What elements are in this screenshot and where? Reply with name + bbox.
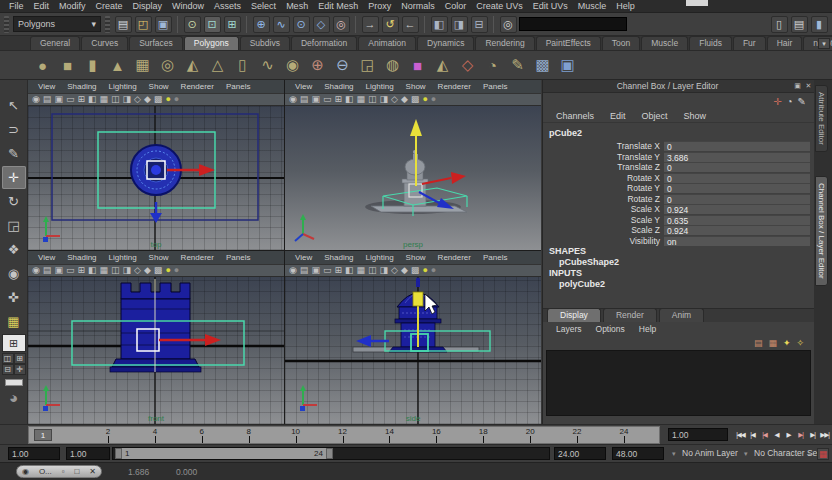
- viewport-canvas-persp[interactable]: persp: [285, 106, 541, 250]
- new-layer-from-selected-icon[interactable]: ✧: [796, 338, 804, 348]
- move-tool-icon[interactable]: ✛: [2, 166, 26, 189]
- show-manipulator-icon[interactable]: ✜: [2, 286, 26, 309]
- textured-icon[interactable]: ▩: [154, 266, 163, 275]
- layer-editor-tab[interactable]: Anim: [659, 308, 704, 322]
- menu-item[interactable]: Create: [91, 1, 128, 11]
- safe-action-icon[interactable]: ◫: [368, 95, 377, 104]
- viewport-menu-item[interactable]: Lighting: [103, 82, 143, 91]
- layout-hypershade-button[interactable]: ✛: [14, 364, 26, 375]
- gate-mask-icon[interactable]: ◧: [345, 95, 354, 104]
- resolution-gate-icon[interactable]: ⊞: [334, 95, 342, 104]
- camera-icon[interactable]: ◉: [32, 266, 40, 275]
- attribute-editor-toggle-icon[interactable]: ▯: [771, 16, 788, 33]
- lights-icon[interactable]: ●: [422, 266, 427, 275]
- polyPipe-icon[interactable]: ▯: [230, 53, 255, 78]
- bookmark-icon[interactable]: ▤: [43, 266, 52, 275]
- viewport-menu-item[interactable]: Shading: [61, 253, 102, 262]
- viewport-menu-item[interactable]: View: [32, 82, 61, 91]
- extract-icon[interactable]: ◲: [355, 53, 380, 78]
- selected-object-name[interactable]: pCube2: [543, 126, 814, 141]
- shelf-tab[interactable]: Deformation: [291, 36, 357, 50]
- safe-title-icon[interactable]: ◨: [380, 95, 389, 104]
- close-button[interactable]: ✕: [89, 468, 96, 476]
- playback-start-field[interactable]: 1.00: [66, 447, 110, 460]
- layer-list[interactable]: [546, 350, 811, 416]
- viewport-canvas-side[interactable]: side: [285, 277, 541, 424]
- soft-mod-tool-icon[interactable]: ◉: [2, 262, 26, 285]
- go-to-end-button[interactable]: ▶▶|: [819, 427, 830, 442]
- playback-speed-icon[interactable]: ∼: [806, 450, 813, 459]
- shelf-tab[interactable]: Curves: [81, 36, 128, 50]
- open-scene-icon[interactable]: ◰: [135, 16, 152, 33]
- pencil-icon[interactable]: ✎: [798, 96, 806, 107]
- panel-close-icon[interactable]: ✕: [803, 82, 814, 90]
- menu-item[interactable]: Edit Mesh: [313, 1, 363, 11]
- bookmark-icon[interactable]: ▤: [43, 95, 52, 104]
- viewport-menu-item[interactable]: Renderer: [175, 253, 220, 262]
- viewport-menu-item[interactable]: Show: [143, 253, 175, 262]
- channel-box-toggle-icon[interactable]: ▮: [811, 16, 828, 33]
- bookmark-icon[interactable]: ▤: [300, 266, 309, 275]
- image-plane-icon[interactable]: ▣: [311, 266, 320, 275]
- shelf-tab[interactable]: Dynamics: [417, 36, 474, 50]
- combine-icon[interactable]: ⊕: [305, 53, 330, 78]
- wireframe-icon[interactable]: ◇: [391, 95, 398, 104]
- film-gate-icon[interactable]: ▭: [323, 95, 332, 104]
- quick-select-input[interactable]: [519, 17, 627, 31]
- gate-mask-icon[interactable]: ◧: [88, 266, 97, 275]
- viewport-menu-item[interactable]: Panels: [477, 82, 513, 91]
- render-frame-icon[interactable]: ◧: [431, 16, 448, 33]
- toolbox-field[interactable]: [5, 379, 23, 386]
- show-manip-icon[interactable]: ✛: [773, 96, 781, 107]
- viewport-menu-item[interactable]: Show: [400, 253, 432, 262]
- menu-item[interactable]: Muscle: [573, 1, 612, 11]
- select-object-icon[interactable]: ⊡: [204, 16, 221, 33]
- snap-plane-icon[interactable]: ◇: [313, 16, 330, 33]
- viewport-menu-item[interactable]: Shading: [318, 253, 359, 262]
- render-settings-icon[interactable]: ⊟: [471, 16, 488, 33]
- animation-start-field[interactable]: 1.00: [8, 447, 60, 460]
- shadows-icon[interactable]: ●: [174, 266, 179, 275]
- auto-key-icon[interactable]: ▦: [817, 448, 829, 460]
- channel-box-menu-item[interactable]: Object: [635, 111, 675, 121]
- viewport-canvas-top[interactable]: top: [28, 106, 284, 250]
- lasso-tool-icon[interactable]: ⊃: [2, 118, 26, 141]
- shelf-tab[interactable]: Fluids: [689, 36, 732, 50]
- tool-settings-toggle-icon[interactable]: ▤: [791, 16, 808, 33]
- paint-weights-icon[interactable]: ✎: [505, 53, 530, 78]
- gate-mask-icon[interactable]: ◧: [345, 266, 354, 275]
- viewport-menu-item[interactable]: Panels: [477, 253, 513, 262]
- animation-end-field[interactable]: 48.00: [612, 447, 664, 460]
- output-connections-icon[interactable]: ←: [402, 16, 419, 33]
- textured-icon[interactable]: ▩: [154, 95, 163, 104]
- viewport-menu-item[interactable]: Lighting: [103, 253, 143, 262]
- shelf-tab[interactable]: PaintEffects: [536, 36, 601, 50]
- menu-item[interactable]: Color: [440, 1, 472, 11]
- current-time-field[interactable]: 1.00: [668, 428, 728, 441]
- gate-mask-icon[interactable]: ◧: [88, 95, 97, 104]
- channel-box-menu-item[interactable]: Show: [677, 111, 714, 121]
- boolean-union-icon[interactable]: ◍: [380, 53, 405, 78]
- channel-box-menu-item[interactable]: Channels: [549, 111, 601, 121]
- channel-value-field[interactable]: 0.635: [664, 215, 810, 225]
- snap-grid-icon[interactable]: ⊕: [253, 16, 270, 33]
- shadows-icon[interactable]: ●: [431, 266, 436, 275]
- wireframe-icon[interactable]: ◇: [134, 95, 141, 104]
- shaded-icon[interactable]: ◆: [401, 266, 408, 275]
- menu-item[interactable]: Proxy: [363, 1, 396, 11]
- layout-persp-outliner-button[interactable]: ⊟: [2, 364, 14, 375]
- rotate-tool-icon[interactable]: ↻: [2, 190, 26, 213]
- polyCube-icon[interactable]: ■: [55, 53, 80, 78]
- camera-icon[interactable]: ◉: [289, 95, 297, 104]
- shelf-tab[interactable]: Muscle: [641, 36, 688, 50]
- safe-title-icon[interactable]: ◨: [123, 95, 132, 104]
- lights-icon[interactable]: ●: [165, 95, 170, 104]
- shelf-tab[interactable]: General: [30, 36, 80, 50]
- channel-value-field[interactable]: 0: [664, 141, 810, 151]
- polySphere-icon[interactable]: ●: [30, 53, 55, 78]
- viewport-menu-item[interactable]: Shading: [61, 82, 102, 91]
- textured-icon[interactable]: ▩: [411, 95, 420, 104]
- viewport-canvas-front[interactable]: front: [28, 277, 284, 424]
- separate-icon[interactable]: ⊖: [330, 53, 355, 78]
- textured-icon[interactable]: ▩: [411, 266, 420, 275]
